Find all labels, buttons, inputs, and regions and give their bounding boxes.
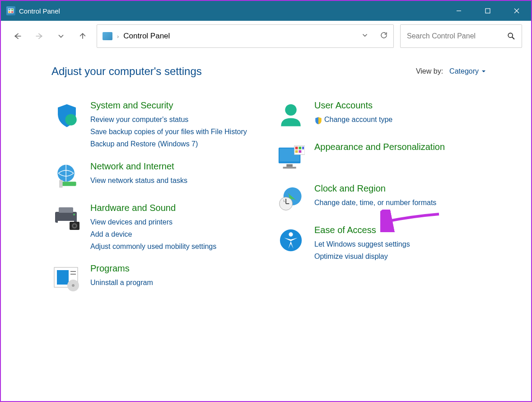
svg-point-18 bbox=[73, 214, 75, 215]
viewby-dropdown[interactable]: Category bbox=[449, 67, 486, 75]
svg-line-10 bbox=[512, 37, 514, 39]
chevron-down-icon bbox=[481, 69, 486, 74]
category-link[interactable]: Review your computer's status bbox=[90, 113, 262, 126]
category-link[interactable]: View network status and tasks bbox=[90, 174, 262, 187]
category-system-security: System and Security Review your computer… bbox=[51, 100, 262, 150]
svg-rect-13 bbox=[61, 182, 76, 186]
minimize-button[interactable] bbox=[444, 1, 473, 21]
category-link[interactable]: Let Windows suggest settings bbox=[314, 238, 486, 250]
printer-icon bbox=[51, 203, 82, 234]
shield-icon bbox=[51, 100, 82, 131]
svg-rect-31 bbox=[286, 164, 293, 167]
address-dropdown[interactable] bbox=[361, 31, 369, 41]
category-programs: Programs Uninstall a program bbox=[51, 263, 262, 294]
category-title[interactable]: Programs bbox=[90, 263, 262, 274]
category-appearance-personalization: Appearance and Personalization bbox=[275, 142, 486, 173]
svg-rect-4 bbox=[11, 11, 13, 13]
refresh-button[interactable] bbox=[380, 31, 388, 41]
category-title[interactable]: Ease of Access bbox=[314, 225, 486, 235]
svg-point-27 bbox=[72, 284, 75, 287]
breadcrumb-sep-icon: › bbox=[117, 33, 119, 40]
category-link[interactable]: Save backup copies of your files with Fi… bbox=[90, 126, 262, 138]
svg-rect-14 bbox=[59, 180, 63, 187]
app-icon bbox=[6, 6, 15, 15]
svg-rect-23 bbox=[57, 270, 69, 285]
svg-point-21 bbox=[73, 224, 76, 227]
category-network-internet: Network and Internet View network status… bbox=[51, 161, 262, 192]
category-link[interactable]: Add a device bbox=[90, 228, 262, 240]
category-link[interactable]: Change account type bbox=[314, 113, 486, 126]
window-title: Control Panel bbox=[19, 7, 60, 15]
maximize-button[interactable] bbox=[473, 1, 502, 21]
svg-rect-36 bbox=[302, 147, 304, 150]
viewby-label: View by: bbox=[416, 67, 443, 75]
address-location-icon bbox=[103, 32, 112, 40]
category-title[interactable]: User Accounts bbox=[314, 100, 486, 111]
category-clock-region: L Clock and Region Change date, time, or… bbox=[275, 183, 486, 214]
content: Adjust your computer's settings View by:… bbox=[1, 51, 531, 305]
category-link[interactable]: Backup and Restore (Windows 7) bbox=[90, 138, 262, 150]
forward-button[interactable] bbox=[32, 28, 47, 44]
svg-rect-34 bbox=[295, 147, 298, 150]
category-title[interactable]: Appearance and Personalization bbox=[314, 142, 486, 152]
category-title[interactable]: Hardware and Sound bbox=[90, 203, 262, 213]
category-user-accounts: User Accounts Change account type bbox=[275, 100, 486, 131]
category-title[interactable]: System and Security bbox=[90, 100, 262, 111]
programs-icon bbox=[51, 263, 82, 294]
accessibility-icon bbox=[275, 225, 306, 256]
titlebar: Control Panel bbox=[1, 1, 531, 21]
category-ease-of-access: Ease of Access Let Windows suggest setti… bbox=[275, 225, 486, 262]
svg-point-11 bbox=[65, 114, 76, 125]
back-button[interactable] bbox=[10, 28, 25, 44]
category-link[interactable]: Optimize visual display bbox=[314, 250, 486, 262]
category-title[interactable]: Clock and Region bbox=[314, 183, 486, 194]
navbar: › Control Panel bbox=[1, 21, 531, 51]
globe-icon bbox=[51, 161, 82, 192]
svg-rect-32 bbox=[283, 167, 296, 168]
category-title[interactable]: Network and Internet bbox=[90, 161, 262, 172]
category-link[interactable]: Adjust commonly used mobility settings bbox=[90, 240, 262, 252]
monitor-icon bbox=[275, 142, 306, 173]
svg-rect-24 bbox=[70, 271, 76, 272]
svg-rect-2 bbox=[11, 9, 13, 11]
search-input[interactable] bbox=[407, 32, 507, 40]
svg-rect-3 bbox=[9, 11, 10, 13]
page-title: Adjust your computer's settings bbox=[51, 65, 202, 78]
svg-rect-35 bbox=[299, 147, 301, 150]
category-link[interactable]: View devices and printers bbox=[90, 216, 262, 228]
address-location[interactable]: Control Panel bbox=[123, 32, 170, 41]
uac-shield-icon bbox=[314, 116, 322, 124]
address-bar[interactable]: › Control Panel bbox=[97, 24, 394, 48]
recent-dropdown[interactable] bbox=[53, 28, 69, 44]
category-hardware-sound: Hardware and Sound View devices and prin… bbox=[51, 203, 262, 253]
up-button[interactable] bbox=[75, 28, 90, 44]
user-icon bbox=[275, 100, 306, 131]
svg-rect-37 bbox=[295, 150, 298, 153]
category-link[interactable]: Uninstall a program bbox=[90, 276, 262, 289]
svg-text:L: L bbox=[284, 199, 285, 203]
svg-rect-25 bbox=[70, 274, 76, 275]
svg-rect-38 bbox=[299, 150, 301, 153]
svg-point-28 bbox=[285, 104, 296, 116]
category-link[interactable]: Change date, time, or number formats bbox=[314, 196, 486, 209]
svg-point-45 bbox=[289, 232, 293, 236]
svg-rect-6 bbox=[485, 9, 490, 13]
close-button[interactable] bbox=[502, 1, 531, 21]
svg-rect-16 bbox=[59, 207, 73, 213]
search-box[interactable] bbox=[400, 24, 522, 48]
svg-rect-1 bbox=[9, 9, 10, 11]
clock-globe-icon: L bbox=[275, 183, 306, 214]
search-icon bbox=[507, 32, 515, 40]
